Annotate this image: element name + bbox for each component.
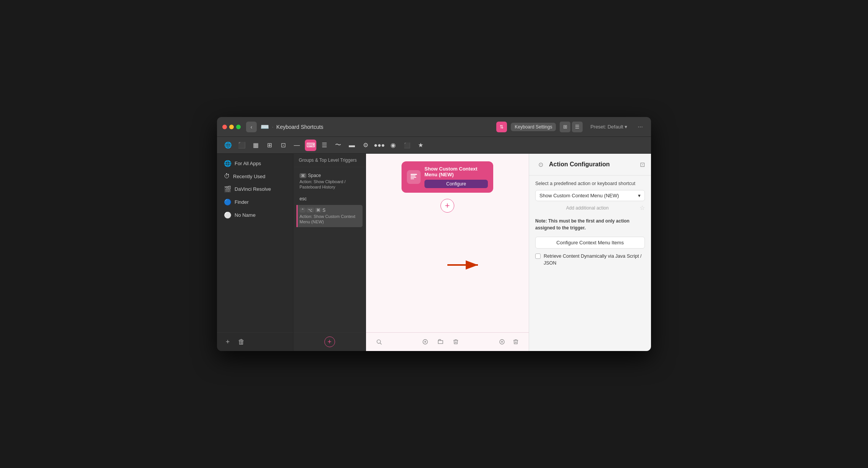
sidebar-add-button[interactable]: + xyxy=(222,336,233,347)
preset-button[interactable]: Preset: Default ▾ xyxy=(586,122,631,131)
action-select-dropdown[interactable]: Show Custom Context Menu (NEW) ▾ xyxy=(535,190,645,201)
updown-icon: ⇅ xyxy=(500,124,504,130)
plus-icon: + xyxy=(327,338,332,346)
trigger-add-right-button[interactable] xyxy=(497,336,507,347)
sidebar-items: 🌐 For All Apps ⏱ Recently Used 🎬 DaVinci… xyxy=(217,154,293,332)
toolbar: 🌐 ⬛ ▦ ⊞ ⊡ — ⌨ ☰ 〜 ▬ ⚙ ●●● ◉ ⬛ ★ xyxy=(217,137,651,154)
star-button[interactable]: ☆ xyxy=(640,204,645,211)
window-title: Keyboard Shortcuts xyxy=(276,124,323,130)
grid-view-button[interactable]: ⊞ xyxy=(560,122,570,132)
action-header: ⊙ Action Configuration ⊡ xyxy=(529,154,651,176)
group-item-esc[interactable]: esc xyxy=(296,193,363,204)
sidebar-item-no-name[interactable]: ⚪ No Name xyxy=(219,209,291,221)
group-item-space[interactable]: ⌘ Space Action: Show Clipboard / Pastebo… xyxy=(296,170,363,193)
preset-label: Preset: Default ▾ xyxy=(590,124,627,130)
trigger-card: Show Custom Context Menu (NEW) Configure xyxy=(402,161,493,193)
sidebar-label-no-name: No Name xyxy=(235,212,256,218)
search-button[interactable] xyxy=(374,336,384,347)
plus-icon: + xyxy=(445,201,450,211)
trigger-delete-button[interactable] xyxy=(450,336,461,347)
sidebar-item-for-all-apps[interactable]: 🌐 For All Apps xyxy=(219,157,291,170)
toolbar-circle-icon[interactable]: ◉ xyxy=(387,140,399,151)
action-more-button[interactable]: ⊙ xyxy=(535,159,546,170)
configure-label: Configure xyxy=(446,181,466,187)
action-body: Select a predefined action or keyboard s… xyxy=(529,176,651,351)
action-panel: ⊙ Action Configuration ⊡ Select a predef… xyxy=(529,154,651,351)
toolbar-globe-icon[interactable]: 🌐 xyxy=(222,140,234,151)
action-select-value: Show Custom Context Menu (NEW) xyxy=(539,193,619,198)
back-button[interactable]: ‹ xyxy=(246,122,257,132)
add-action-button[interactable]: + xyxy=(440,199,454,213)
window-icon: ⊡ xyxy=(640,161,645,168)
sidebar-label-davinci: DaVinci Resolve xyxy=(235,186,271,192)
groups-panel: Groups & Top Level Triggers ⌘ Space Acti… xyxy=(293,154,366,351)
toolbar-dots-icon[interactable]: ●●● xyxy=(374,140,385,151)
sidebar-item-recently-used[interactable]: ⏱ Recently Used xyxy=(219,170,291,182)
action-title: Action Configuration xyxy=(549,161,610,168)
toolbar-bar-icon[interactable]: ▬ xyxy=(346,140,358,151)
configure-button[interactable]: Configure xyxy=(424,180,488,188)
chevron-down-icon: ▾ xyxy=(638,193,641,198)
sidebar: 🌐 For All Apps ⏱ Recently Used 🎬 DaVinci… xyxy=(217,154,293,351)
keyboard-icon: ⌨️ xyxy=(261,123,269,131)
more-button[interactable]: ··· xyxy=(635,122,646,132)
traffic-lights xyxy=(222,125,241,129)
toolbar-window-icon[interactable]: ⊡ xyxy=(277,140,289,151)
trigger-panel: Show Custom Context Menu (NEW) Configure… xyxy=(366,154,529,351)
svg-rect-1 xyxy=(411,176,416,176)
retrieve-checkbox[interactable] xyxy=(535,253,541,259)
minimize-button[interactable] xyxy=(229,125,234,129)
toolbar-wave-icon[interactable]: 〜 xyxy=(332,140,344,151)
trigger-card-title: Show Custom Context Menu (NEW) xyxy=(424,166,488,177)
note-text: Note: This must be the first and only ac… xyxy=(535,218,630,231)
close-button[interactable] xyxy=(222,125,227,129)
toolbar-grid-icon[interactable]: ▦ xyxy=(250,140,261,151)
toolbar-dash-icon[interactable]: — xyxy=(291,140,303,151)
toolbar-dark-icon[interactable]: ⬛ xyxy=(236,140,248,151)
title-section: ⌨️ · Keyboard Shortcuts xyxy=(261,123,492,131)
groups-add-button[interactable]: + xyxy=(324,336,335,347)
cmd-key-badge: ⌘ xyxy=(300,173,306,178)
s-key-label: S xyxy=(322,208,326,213)
circle-dot-icon: ⊙ xyxy=(538,161,543,168)
toolbar-settings-icon[interactable]: ⚙ xyxy=(360,140,371,151)
up-down-button[interactable]: ⇅ xyxy=(496,122,507,132)
trigger-footer-center xyxy=(420,336,461,347)
toolbar-list-icon[interactable]: ☰ xyxy=(319,140,330,151)
opt-key-badge: ⌥ xyxy=(306,208,314,213)
chevron-left-icon: ‹ xyxy=(251,124,253,130)
trigger-delete-right-button[interactable] xyxy=(510,336,521,347)
toolbar-star-icon[interactable]: ★ xyxy=(415,140,426,151)
trigger-card-icon xyxy=(407,170,421,184)
svg-point-6 xyxy=(377,340,381,343)
trigger-add-button[interactable] xyxy=(420,336,431,347)
ellipsis-icon: ··· xyxy=(638,123,643,130)
sidebar-item-finder[interactable]: 🔵 Finder xyxy=(219,196,291,208)
sidebar-footer: + 🗑 xyxy=(217,332,293,351)
sidebar-item-davinci[interactable]: 🎬 DaVinci Resolve xyxy=(219,183,291,195)
keyboard-settings-button[interactable]: Keyboard Settings xyxy=(511,123,556,131)
space-action-label: Action: Show Clipboard / Pasteboard Hist… xyxy=(300,179,360,190)
action-add-row: Add additional action ☆ xyxy=(535,203,645,213)
trigger-folder-button[interactable] xyxy=(435,336,446,347)
toolbar-purple-icon[interactable]: ⬛ xyxy=(401,140,413,151)
keyboard-settings-label: Keyboard Settings xyxy=(515,124,552,130)
action-note: Note: This must be the first and only ac… xyxy=(535,218,645,231)
action-window-button[interactable]: ⊡ xyxy=(640,161,645,168)
trigger-content: Show Custom Context Menu (NEW) Configure… xyxy=(366,154,529,332)
checkbox-label: Retrieve Content Dynamically via Java Sc… xyxy=(544,253,645,266)
sidebar-delete-button[interactable]: 🗑 xyxy=(236,336,247,347)
toolbar-apps-icon[interactable]: ⊞ xyxy=(264,140,275,151)
list-view-button[interactable]: ☰ xyxy=(572,122,583,132)
svg-rect-2 xyxy=(411,177,416,178)
ctrl-key-badge: ⌃ xyxy=(300,208,306,213)
sidebar-label-recently-used: Recently Used xyxy=(233,174,266,179)
davinci-icon: 🎬 xyxy=(224,185,232,193)
main-content: 🌐 For All Apps ⏱ Recently Used 🎬 DaVinci… xyxy=(217,154,651,351)
group-item-ctrl-opt-cmd-s[interactable]: ⌃ ⌥ ⌘ S Action: Show Custom Context Menu… xyxy=(296,205,363,227)
configure-menu-button[interactable]: Configure Context Menu Items xyxy=(535,237,645,249)
fullscreen-button[interactable] xyxy=(236,125,241,129)
toolbar-keyboard-icon[interactable]: ⌨ xyxy=(305,140,316,151)
circle-icon: ⚪ xyxy=(224,211,232,219)
groups-content: ⌘ Space Action: Show Clipboard / Pastebo… xyxy=(293,167,366,332)
